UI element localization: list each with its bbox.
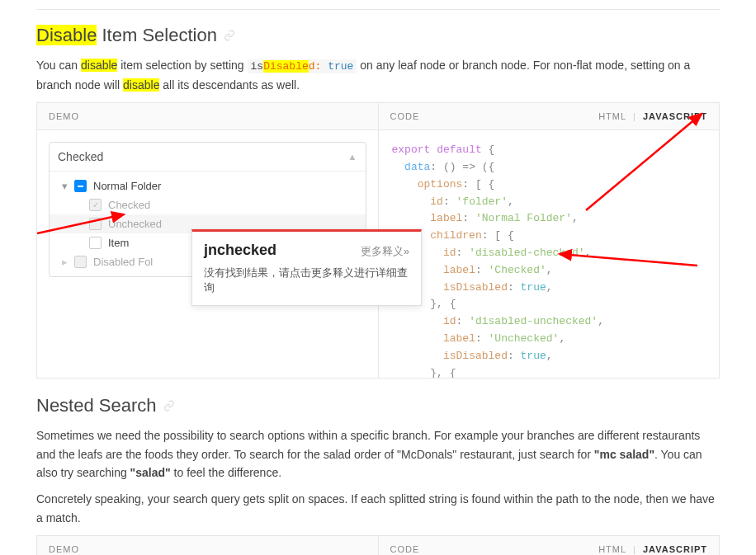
popup-body: 没有找到结果，请点击更多释义进行详细查询: [204, 266, 409, 295]
checkbox-disabled-checked: [89, 199, 102, 211]
section-description: You can disable item selection by settin…: [36, 56, 720, 94]
selected-value: Checked: [58, 150, 103, 163]
code-header: CODE HTML | JAVASCRIPT: [379, 103, 720, 130]
checkbox-disabled: [89, 218, 102, 230]
tree-node-checked: Checked: [50, 195, 366, 214]
checkbox[interactable]: [89, 237, 102, 249]
nested-search-desc-1: Sometimes we need the possibility to sea…: [36, 426, 720, 482]
dictionary-popup: jnchecked 更多释义» 没有找到结果，请点击更多释义进行详细查询: [191, 229, 422, 306]
checkbox-disabled: [74, 256, 87, 268]
search-input[interactable]: [103, 148, 116, 166]
nested-search-desc-2: Concretely speaking, your search query g…: [36, 490, 720, 527]
anchor-link-icon[interactable]: [163, 395, 175, 416]
anchor-link-icon[interactable]: [224, 25, 235, 46]
section-title-disable: Disable Item Selection: [36, 25, 720, 46]
popup-more-link[interactable]: 更多释义»: [361, 244, 409, 259]
treeselect-input[interactable]: Checked ▲: [50, 143, 366, 171]
collapse-icon[interactable]: ▾: [58, 180, 71, 192]
tab-javascript[interactable]: JAVASCRIPT: [643, 111, 707, 121]
demo-header: DEMO: [37, 536, 378, 555]
dropdown-arrow-icon[interactable]: ▲: [348, 152, 357, 162]
tree-node-folder[interactable]: ▾ Normal Folder: [50, 176, 366, 195]
checkbox-indeterminate[interactable]: [74, 180, 87, 192]
code-header: CODE HTML | JAVASCRIPT: [379, 536, 720, 555]
demo-code-card-2: DEMO CODE HTML | JAVASCRIPT: [36, 535, 720, 555]
tab-html[interactable]: HTML: [598, 111, 626, 121]
popup-title: jnchecked: [204, 242, 276, 259]
code-block[interactable]: export default { data: () => ({ options:…: [379, 130, 720, 378]
expand-icon[interactable]: ▸: [58, 256, 71, 268]
section-title-nested-search: Nested Search: [36, 395, 720, 416]
tab-javascript[interactable]: JAVASCRIPT: [643, 544, 707, 554]
demo-header: DEMO: [37, 103, 378, 130]
tab-html[interactable]: HTML: [598, 544, 626, 554]
